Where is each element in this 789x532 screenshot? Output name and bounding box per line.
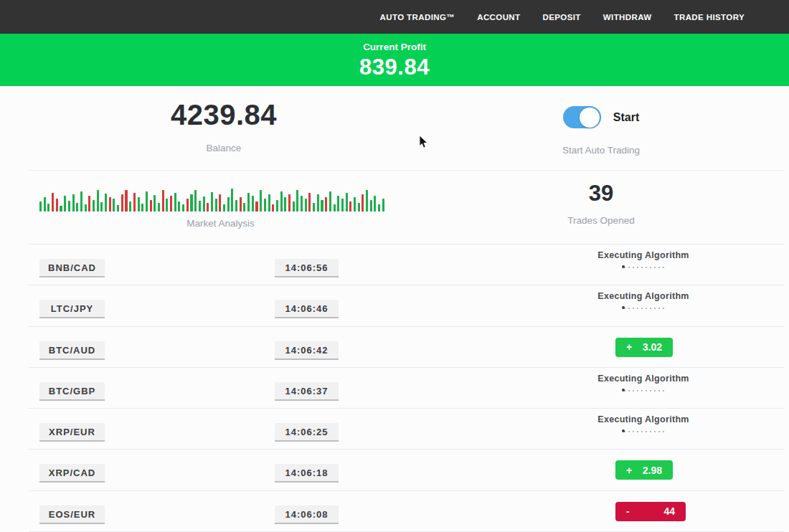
nav-item-withdraw[interactable]: WITHDRAW: [603, 13, 652, 22]
trades-list: BNB/CAD 14:06:56 Executing Algorithm LTC…: [29, 244, 784, 532]
balance-label: Balance: [80, 143, 367, 153]
table-row: BTC/AUD 14:06:42 + 3.02: [29, 327, 784, 368]
pair-chip: LTC/JPY: [39, 300, 105, 318]
profit-amount: 3.02: [643, 341, 662, 353]
pair-chip: BTC/AUD: [39, 341, 105, 360]
time-chip: 14:06:08: [275, 505, 339, 524]
nav-item-trade-history[interactable]: TRADE HISTORY: [674, 13, 745, 22]
trade-status: Executing Algorithm: [572, 414, 715, 432]
loss-badge: - 44: [615, 502, 686, 521]
nav-item-account[interactable]: ACCOUNT: [477, 13, 520, 22]
progress-dots: [623, 265, 664, 268]
time-chip: 14:06:46: [275, 300, 339, 318]
profit-badge: + 2.98: [615, 460, 673, 480]
current-profit-banner: Current Profit 839.84: [0, 34, 789, 86]
executing-algorithm-label: Executing Algorithm: [572, 374, 715, 384]
toggle-label: Start: [613, 111, 639, 124]
loss-sign: -: [626, 505, 630, 517]
balance-value: 4239.84: [80, 99, 367, 131]
market-analysis-label: Market Analysis: [39, 218, 402, 229]
market-analysis-bars: [39, 185, 402, 212]
auto-trading-toggle[interactable]: [563, 106, 601, 128]
table-row: BNB/CAD 14:06:56 Executing Algorithm: [29, 244, 784, 285]
pair-chip: BNB/CAD: [39, 259, 105, 277]
auto-trading-stat: Start Start Auto Trading: [529, 106, 673, 156]
mouse-cursor-icon: [418, 135, 428, 149]
trades-opened-stat: 39 Trades Opened: [529, 181, 673, 226]
time-chip: 14:06:56: [275, 259, 339, 277]
balance-stat: 4239.84 Balance: [80, 99, 367, 153]
progress-dots: [623, 389, 664, 391]
table-row: EOS/EUR 14:06:08 - 44: [29, 491, 784, 532]
trade-status: Executing Algorithm: [572, 250, 715, 268]
executing-algorithm-label: Executing Algorithm: [572, 414, 715, 424]
time-chip: 14:06:25: [275, 423, 339, 442]
nav-item-deposit[interactable]: DEPOSIT: [543, 13, 581, 22]
nav-item-auto-trading[interactable]: AUTO TRADING™: [380, 13, 455, 22]
executing-algorithm-label: Executing Algorithm: [572, 250, 715, 260]
loss-amount: 44: [663, 505, 675, 517]
auto-trading-caption: Start Auto Trading: [529, 145, 673, 156]
trades-opened-value: 39: [529, 181, 673, 206]
current-profit-value: 839.84: [0, 54, 789, 80]
profit-sign: +: [626, 341, 632, 353]
profit-amount: 2.98: [643, 465, 662, 476]
table-row: BTC/GBP 14:06:37 Executing Algorithm: [29, 368, 784, 409]
pair-chip: XRP/CAD: [39, 464, 105, 483]
divider: [29, 170, 784, 171]
top-nav: AUTO TRADING™ ACCOUNT DEPOSIT WITHDRAW T…: [0, 0, 789, 34]
profit-sign: +: [626, 465, 632, 476]
current-profit-label: Current Profit: [0, 34, 789, 52]
market-analysis-stat: Market Analysis: [39, 185, 402, 229]
time-chip: 14:06:37: [275, 382, 339, 401]
profit-badge: + 3.02: [615, 338, 673, 357]
executing-algorithm-label: Executing Algorithm: [572, 291, 715, 301]
progress-dots: [623, 429, 664, 432]
pair-chip: XRP/EUR: [39, 423, 105, 442]
progress-dots: [623, 306, 664, 309]
table-row: XRP/CAD 14:06:18 + 2.98: [29, 450, 784, 490]
time-chip: 14:06:18: [275, 464, 339, 483]
pair-chip: EOS/EUR: [39, 505, 105, 524]
trades-opened-label: Trades Opened: [529, 215, 673, 226]
trade-status: Executing Algorithm: [572, 291, 715, 309]
table-row: LTC/JPY 14:06:46 Executing Algorithm: [29, 285, 784, 326]
table-row: XRP/EUR 14:06:25 Executing Algorithm: [29, 409, 784, 450]
time-chip: 14:06:42: [275, 341, 339, 360]
toggle-knob-icon: [580, 108, 600, 128]
pair-chip: BTC/GBP: [39, 382, 105, 401]
trade-status: Executing Algorithm: [572, 374, 715, 391]
